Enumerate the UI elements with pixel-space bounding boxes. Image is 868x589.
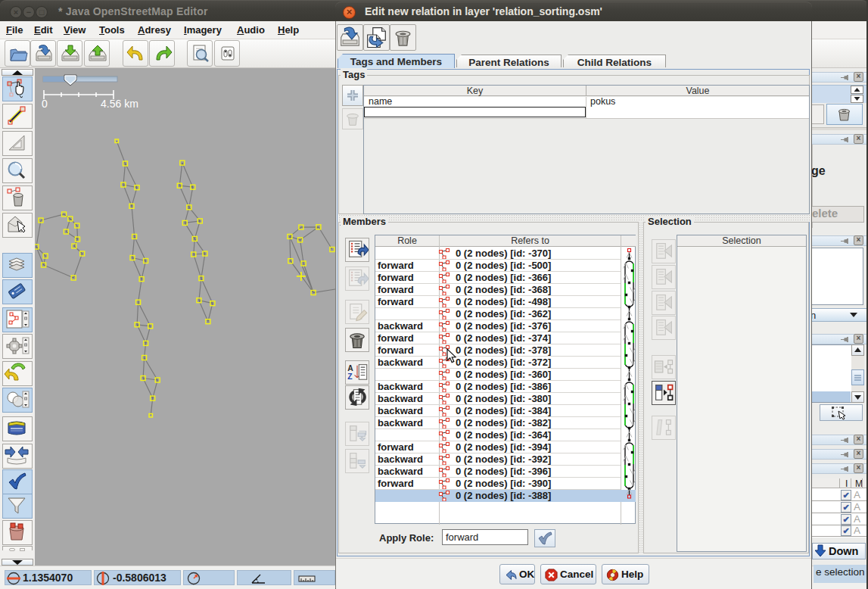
svg-text:0: 0: [42, 98, 48, 110]
svg-text:Z: Z: [347, 372, 353, 381]
svg-text:4.56 km: 4.56 km: [101, 98, 138, 110]
svg-text:A: A: [347, 364, 353, 372]
